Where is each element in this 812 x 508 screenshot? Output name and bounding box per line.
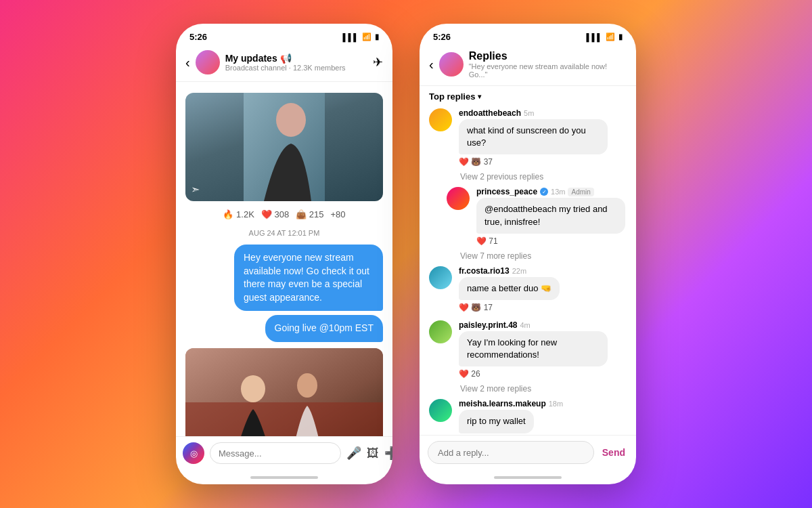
status-icons-left: ▌▌▌ 📶 ▮: [343, 33, 379, 41]
heart-reaction-1[interactable]: ❤️ 308: [261, 209, 289, 219]
message-bubble-1-wrap: Hey everyone new stream available now! G…: [176, 242, 392, 313]
chat-content-left: ➣ 🔥 1.2K ❤️ 308 👜 215 +80 AUG 24 AT 12:0…: [176, 82, 392, 436]
reply-username-2[interactable]: princess_peace: [476, 187, 537, 196]
group-svg: [185, 348, 383, 436]
chat-input-bar-left: ◎ 🎤 🖼 ➕: [176, 436, 392, 471]
svg-point-5: [297, 373, 317, 398]
battery-icon: ▮: [375, 33, 379, 41]
image-content-2: [185, 348, 383, 436]
wifi-icon: 📶: [362, 33, 371, 41]
person-svg: [244, 93, 325, 201]
right-phone: 5:26 ▌▌▌ 📶 ▮ ‹ Replies "Hey everyone new…: [420, 24, 636, 484]
reply-username-5[interactable]: meisha.learns.makeup: [459, 399, 546, 408]
message-bubble-2-wrap: Going live @10pm EST: [176, 313, 392, 344]
reply-avatar-2: [447, 187, 470, 210]
home-bar-left: [250, 476, 318, 479]
reply-username-row-1: endoatthebeach 5m: [459, 108, 627, 118]
reply-avatar-1: [429, 108, 452, 131]
reply-username-1[interactable]: endoatthebeach: [459, 108, 521, 118]
fire-reaction-1[interactable]: 🔥 1.2K: [223, 209, 254, 219]
replies-content: Top replies ▾ endoatthebeach 5m what kin…: [420, 86, 636, 435]
image-message-2: ➣: [185, 348, 383, 436]
verified-icon-2: ✓: [540, 188, 548, 196]
reply-avatar-3: [429, 266, 452, 289]
reply-body-5: meisha.learns.makeup 18m rip to my walle…: [459, 399, 627, 435]
header-text-left: My updates 📢 Broadcast channel · 12.3K m…: [225, 53, 373, 72]
signal-icon-right: ▌▌▌: [587, 33, 602, 41]
reply-avatar-4: [429, 320, 452, 343]
replies-header-text: Replies "Hey everyone new stream availab…: [469, 50, 627, 79]
reply-bubble-2: @endoatthebeach my tried and true, innis…: [476, 198, 625, 233]
reply-bubble-5: rip to my wallet: [459, 410, 534, 433]
plus-icon[interactable]: ➕: [384, 446, 392, 461]
image-icon[interactable]: 🖼: [367, 446, 379, 461]
chat-header-left: ‹ My updates 📢 Broadcast channel · 12.3K…: [176, 46, 392, 82]
camera-button[interactable]: ◎: [183, 442, 204, 464]
send-button[interactable]: Send: [600, 447, 628, 458]
date-divider: AUG 24 AT 12:01 PM: [176, 229, 392, 237]
signal-icon: ▌▌▌: [343, 33, 359, 41]
reply-reactions-1: ❤️ 🐻 37: [459, 157, 627, 167]
reply-username-row-4: paisley.print.48 4m: [459, 320, 627, 330]
reply-item-3: fr.costa.rio13 22m name a better duo 🤜 ❤…: [420, 262, 636, 316]
message-input[interactable]: [210, 442, 341, 464]
add-reply-input[interactable]: [428, 441, 594, 464]
reply-reactions-4: ❤️ 26: [459, 369, 627, 379]
replies-header: ‹ Replies "Hey everyone new stream avail…: [420, 46, 636, 86]
reply-body-3: fr.costa.rio13 22m name a better duo 🤜 ❤…: [459, 266, 627, 312]
reply-time-3: 22m: [512, 267, 526, 275]
reply-username-4[interactable]: paisley.print.48: [459, 320, 517, 330]
status-bar-left: 5:26 ▌▌▌ 📶 ▮: [176, 24, 392, 46]
top-replies-label: Top replies ▾: [420, 86, 636, 104]
top-replies-text: Top replies: [429, 91, 475, 102]
reply-item-4: paisley.print.48 4m Yay I'm looking for …: [420, 316, 636, 383]
message-bubble-2: Going live @10pm EST: [265, 315, 384, 342]
reply-input-bar: Send: [420, 435, 636, 471]
reply-item-1: endoatthebeach 5m what kind of sunscreen…: [420, 104, 636, 171]
forward-icon-1: ➣: [191, 183, 200, 196]
mic-icon[interactable]: 🎤: [346, 446, 361, 461]
reply-username-row-5: meisha.learns.makeup 18m: [459, 399, 627, 408]
svg-point-1: [276, 103, 306, 137]
send-icon-left[interactable]: ✈: [373, 55, 383, 70]
channel-avatar-left: [196, 50, 220, 75]
view-more-3[interactable]: View 2 more replies: [420, 383, 636, 395]
view-more-1[interactable]: View 2 previous replies: [420, 171, 636, 183]
battery-icon-right: ▮: [618, 33, 623, 41]
input-icons: 🎤 🖼 ➕: [346, 446, 392, 461]
reply-item-2: princess_peace ✓ 13m Admin @endoatthebea…: [420, 183, 636, 249]
reaction-2[interactable]: ❤️ 71: [476, 236, 498, 246]
back-button-right[interactable]: ‹: [429, 57, 434, 72]
time-left: 5:26: [189, 32, 207, 42]
camera-icon: ◎: [190, 448, 198, 459]
left-phone: 5:26 ▌▌▌ 📶 ▮ ‹ My updates 📢 Broadcast ch…: [176, 24, 392, 484]
view-more-2[interactable]: View 7 more replies: [420, 250, 636, 262]
reply-bubble-3: name a better duo 🤜: [459, 277, 560, 300]
status-icons-right: ▌▌▌ 📶 ▮: [587, 33, 623, 41]
reply-time-4: 4m: [520, 321, 530, 329]
replies-subtitle: "Hey everyone new stream available now! …: [469, 62, 627, 79]
bag-reaction-1[interactable]: 👜 215: [296, 209, 323, 219]
reply-reactions-3: ❤️ 🐻 17: [459, 303, 627, 312]
svg-point-4: [241, 375, 265, 402]
reply-username-3[interactable]: fr.costa.rio13: [459, 266, 510, 276]
admin-badge-2: Admin: [568, 188, 593, 196]
image-content-1: [185, 93, 383, 201]
reply-body-2: princess_peace ✓ 13m Admin @endoatthebea…: [476, 187, 627, 245]
reply-reactions-2: ❤️ 71: [476, 236, 627, 246]
reply-time-5: 18m: [549, 400, 563, 408]
reply-time-2: 13m: [551, 188, 565, 196]
image-message-1: ➣: [185, 93, 383, 201]
back-button-left[interactable]: ‹: [185, 55, 190, 70]
replies-avatar: [439, 52, 464, 77]
reply-body-1: endoatthebeach 5m what kind of sunscreen…: [459, 108, 627, 167]
reply-username-row-3: fr.costa.rio13 22m: [459, 266, 627, 276]
reaction-4[interactable]: ❤️ 26: [459, 369, 480, 379]
reply-body-4: paisley.print.48 4m Yay I'm looking for …: [459, 320, 627, 379]
more-reactions-1[interactable]: +80: [330, 209, 345, 219]
reactions-bar-1: 🔥 1.2K ❤️ 308 👜 215 +80: [176, 205, 392, 224]
reply-item-5: meisha.learns.makeup 18m rip to my walle…: [420, 395, 636, 435]
reaction-1[interactable]: ❤️ 🐻 37: [459, 157, 493, 167]
reaction-3[interactable]: ❤️ 🐻 17: [459, 303, 493, 312]
home-indicator-left: [176, 471, 392, 484]
